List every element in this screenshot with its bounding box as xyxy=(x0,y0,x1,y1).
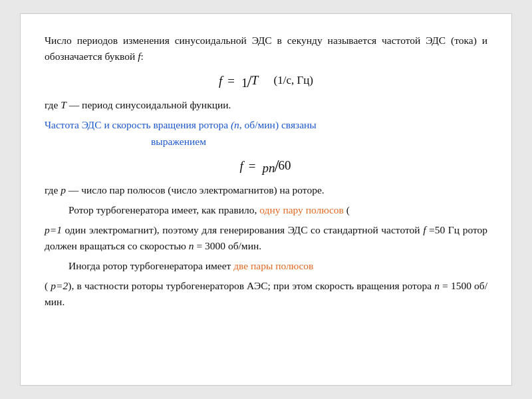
para5-text3: = 3000 об/мин. xyxy=(196,240,261,251)
para4-text: Ротор турбогенератора имеет, как правило… xyxy=(68,204,257,215)
para2-text: — период синусоидальной функции. xyxy=(69,99,231,110)
formula-2: f = pn / 60 xyxy=(45,156,487,176)
para5-p1: p=1 xyxy=(45,224,62,235)
para2-T: T xyxy=(61,99,66,110)
formula-1: f = 1 / T (1/с, Гц) xyxy=(45,71,487,90)
paragraph-3: где p — число пар полюсов (число электро… xyxy=(45,182,487,198)
formula-fraction: 1 / T xyxy=(241,72,258,89)
para1-text: Число периодов изменения синусоидальной … xyxy=(45,35,487,62)
paragraph-blue: Частота ЭДС и скорость вращения ротора (… xyxy=(45,117,487,149)
blue-expression: выражением xyxy=(151,136,206,147)
para3-p: p xyxy=(61,184,66,196)
paragraph-4: Ротор турбогенератора имеет, как правило… xyxy=(45,202,487,218)
paragraph-6: Иногда ротор турбогенератора имеет две п… xyxy=(45,258,487,274)
para4-orange: одну пару полюсов xyxy=(259,204,344,215)
para3-prefix: где xyxy=(45,184,58,196)
formula-equals: = xyxy=(227,71,235,90)
para7-p2: p=2 xyxy=(48,280,68,291)
formula-fraction2: pn / 60 xyxy=(262,158,291,174)
formula1-label: (1/с, Гц) xyxy=(274,74,314,86)
formula-pn: pn xyxy=(262,162,275,174)
para7-n: n xyxy=(434,280,440,291)
paragraph-1: Число периодов изменения синусоидальной … xyxy=(45,33,487,65)
para6-text: Иногда ротор турбогенератора имеет xyxy=(68,260,231,271)
para5-f: f xyxy=(423,224,426,235)
formula-equals2: = xyxy=(249,156,256,176)
para3-text: — число пар полюсов (число электромагнит… xyxy=(68,184,325,196)
blue-mid: об/мин) связаны xyxy=(242,119,317,130)
para5-n: n xyxy=(189,240,194,251)
para7-text: ), в частности роторы турбогенераторов А… xyxy=(68,280,432,291)
formula-f2-equals: f = pn / 60 xyxy=(239,156,292,176)
formula-denominator: T xyxy=(251,72,259,89)
para2-prefix: где xyxy=(45,99,58,110)
formula-f: f xyxy=(219,71,222,90)
paragraph-5: p=1 один электромагнит), поэтому для ген… xyxy=(45,222,487,254)
formula-f2: f xyxy=(239,156,243,176)
paragraph-7: ( p=2), в частности роторы турбогенерато… xyxy=(45,278,487,310)
formula-60: 60 xyxy=(279,158,291,174)
para1-colon: : xyxy=(141,51,144,62)
para5-text: один электромагнит), поэтому для генерир… xyxy=(62,224,420,235)
formula-f-equals: f = 1 / T xyxy=(219,71,259,90)
blue-n: (n, xyxy=(231,119,242,130)
para6-orange: две пары полюсов xyxy=(233,260,313,271)
main-card: Число периодов изменения синусоидальной … xyxy=(20,13,512,386)
para4-open: ( xyxy=(346,204,350,215)
paragraph-2: где T — период синусоидальной функции. xyxy=(45,97,487,113)
blue-text: Частота ЭДС и скорость вращения ротора xyxy=(45,119,228,130)
